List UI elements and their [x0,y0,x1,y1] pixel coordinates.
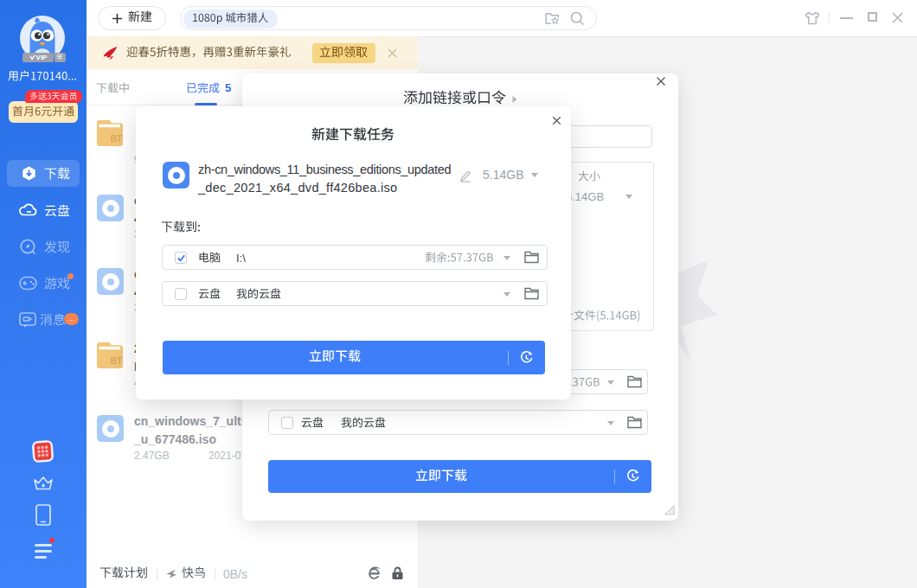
svg-text:BT: BT [111,133,124,144]
svg-text:BT: BT [111,355,124,366]
